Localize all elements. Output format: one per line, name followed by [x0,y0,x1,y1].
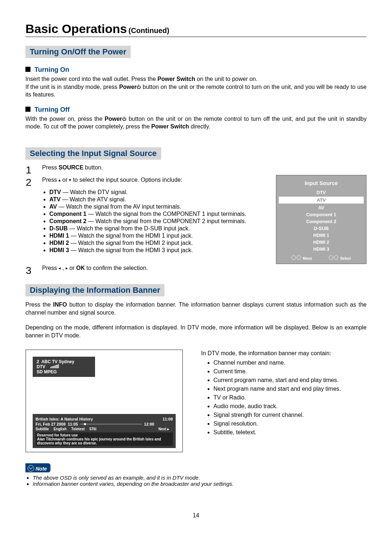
osd-item: Component 1 [283,211,359,218]
step-3-content: Press ◂ , ▸ or OK to confirm the selecti… [42,264,269,277]
list-item: HDMI 1 — Watch the signal from the HDMI … [49,233,268,239]
list-item: Signal resolution. [213,420,367,427]
up-icon: ▴ [58,177,61,182]
down-icon: ▾ [69,177,71,182]
section-heading-power: Turning On/Off the Power [25,46,131,58]
list-item: Subtitle, teletext. [213,429,367,436]
list-item: TV or Radio. [213,394,367,401]
info-intro-2: Depending on the mode, different informa… [25,324,367,339]
step-number-2: 2 [25,176,42,264]
ring-icon [291,255,296,260]
osd-title: Input Source [283,180,359,186]
banner-desc: Reserved for future use Alan Titchmarsh … [36,432,173,446]
subheading-text: Turning Off [34,106,70,113]
title-cont: (Continued) [128,26,169,34]
osd-footer-select: Select [329,255,351,260]
subheading-text: Turning On [34,66,69,73]
note-list: The above OSD is only served as an examp… [25,475,367,487]
osd-item: AV [283,204,359,211]
list-item: Current program name, start and end play… [213,377,367,383]
ring-icon [297,255,301,260]
power-off-text: With the power on, press the Power⏻ butt… [25,115,367,131]
power-icon: ⏻ [136,84,141,90]
square-bullet-icon [25,107,30,112]
subheading-turning-on: Turning On [25,66,367,74]
progress-bar [80,424,142,424]
right-icon: ▸ [66,266,68,271]
info-banner-diagram: 2 ABC TV Sydney DTV SD MPEG British Isle… [25,349,183,452]
steps-table: 1 Press SOURCE button. 2 Press ▴ or ▾ to… [25,164,269,277]
note-item: The above OSD is only served as an examp… [33,475,367,481]
page-title: Basic Operations (Continued) [25,22,367,36]
list-item: Current time. [213,368,367,375]
ring-icon [329,255,333,260]
list-item: DTV — Watch the DTV signal. [49,189,268,196]
list-item: D-SUB — Watch the signal from the D-SUB … [49,225,268,232]
list-item: ATV — Watch the ATV signal. [49,196,268,203]
banner-bottom: British Isles: A Natural History 11:08 F… [33,414,176,448]
list-item: Channel number and name. [213,360,367,366]
list-item: AV — Watch the signal from the AV input … [49,204,268,210]
banner-top: 2 ABC TV Sydney DTV SD MPEG [33,357,95,377]
left-icon: ◂ [58,266,61,271]
osd-footer-move: Move [291,255,312,260]
note-badge: Note [25,463,50,472]
step-1-content: Press SOURCE button. [42,164,269,176]
note-item: Information banner content varies, depen… [33,481,367,487]
subheading-turning-off: Turning Off [25,106,367,114]
osd-item: D-SUB [283,225,359,232]
section-heading-info: Displaying the Information Banner [25,284,164,296]
list-item: Signal strength for current channel. [213,412,367,418]
signal-icon [50,364,59,369]
step-2-content: Press ▴ or ▾ to select the input source.… [42,176,269,264]
page-number: 14 [25,512,367,519]
osd-item: HDMI 3 [283,246,359,253]
square-bullet-icon [25,67,30,72]
list-item: Component 1 — Watch the signal from the … [49,211,268,217]
list-item: HDMI 2 — Watch the signal from the HDMI … [49,240,268,246]
source-options-list: DTV — Watch the DTV signal. ATV — Watch … [42,189,268,254]
list-item: Component 2 — Watch the signal from the … [49,218,268,225]
progress-dot-icon [84,423,86,425]
osd-item: DTV [283,189,359,196]
hand-icon [28,465,34,472]
power-on-text: Insert the power cord into the wall outl… [25,75,367,99]
list-item: Next program name and start and end play… [213,386,367,392]
ring-icon [334,255,338,260]
section-heading-source: Selecting the Input Signal Source [25,147,161,160]
osd-item: HDMI 1 [283,232,359,239]
input-source-osd: Input Source DTV ATV AV Component 1 Comp… [276,175,367,264]
title-divider [25,37,367,37]
power-icon: ⏻ [122,116,126,122]
may-contain-list: Channel number and name. Current time. C… [201,360,367,436]
osd-item: HDMI 2 [283,239,359,246]
osd-item-selected: ATV [279,197,364,204]
may-contain-intro: In DTV mode, the information banner may … [201,350,367,357]
step-number-3: 3 [25,264,42,277]
info-intro-1: Press the INFO button to display the inf… [25,301,367,316]
list-item: HDMI 3 — Watch the signal from the HDMI … [49,247,268,254]
title-main: Basic Operations [25,22,127,36]
step-number-1: 1 [25,164,42,176]
list-item: Audio mode, audio track. [213,403,367,410]
osd-item: Component 2 [283,218,359,225]
